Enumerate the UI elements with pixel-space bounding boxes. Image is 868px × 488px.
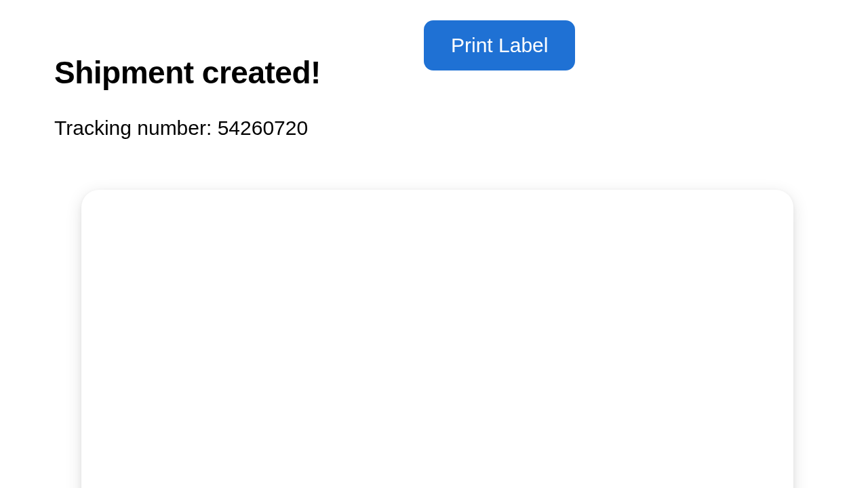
print-label-button[interactable]: Print Label [424, 20, 575, 70]
shipping-label-card [81, 190, 793, 488]
tracking-number-line: Tracking number: 54260720 [54, 117, 814, 140]
header-area: Print Label Shipment created! Tracking n… [0, 0, 868, 140]
tracking-label: Tracking number: [54, 117, 218, 139]
tracking-number-value: 54260720 [218, 117, 308, 139]
